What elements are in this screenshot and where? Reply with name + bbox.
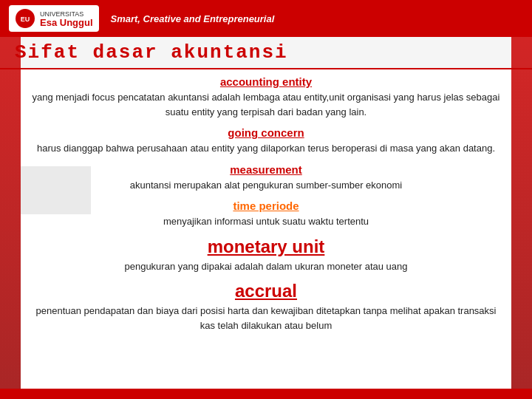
esa-unggul-logo-icon: EU [15,8,35,29]
logo-name: Esa Unggul [40,18,93,27]
svg-text:EU: EU [21,16,30,23]
title-bar: Sifat dasar akuntansi [0,37,532,69]
main-content: accounting entity yang menjadi focus pen… [21,69,511,346]
section-title-accounting-entity: accounting entity [220,75,312,88]
right-decorative-panel [511,37,532,399]
header-tagline: Smart, Creative and Entrepreneurial [111,13,275,24]
section-accrual: accrual penentuan pendapatan dan biaya d… [28,281,504,332]
section-body-accrual: penentuan pendapatan dan biaya dari posi… [28,304,504,332]
section-title-accrual: accrual [235,281,297,301]
section-body-going-concern: harus dianggap bahwa perusahaan atau ent… [28,141,504,156]
section-accounting-entity: accounting entity yang menjadi focus pen… [28,75,504,119]
header: EU UNIVERSITAS Esa Unggul Smart, Creativ… [0,0,532,37]
left-decorative-panel [0,37,21,399]
section-body-measurement: akuntansi merupakan alat pengukuran sumb… [28,178,504,193]
page-title: Sifat dasar akuntansi [15,41,532,64]
section-measurement: measurement akuntansi merupakan alat pen… [28,163,504,193]
logo-area: EU UNIVERSITAS Esa Unggul [9,5,99,32]
section-title-going-concern: going concern [228,126,304,139]
section-monetary-unit: monetary unit pengukuran yang dipakai ad… [28,236,504,274]
section-title-measurement: measurement [230,163,302,176]
section-going-concern: going concern harus dianggap bahwa perus… [28,126,504,156]
section-body-time-periode: menyajikan informasi untuk suatu waktu t… [28,214,504,229]
section-body-monetary-unit: pengukuran yang dipakai adalah dalam uku… [28,259,504,274]
section-time-periode: time periode menyajikan informasi untuk … [28,200,504,229]
bottom-bar [0,389,532,399]
section-body-accounting-entity: yang menjadi focus pencatatan akuntansi … [28,90,504,119]
left-decorative-box [21,166,91,214]
section-title-time-periode: time periode [233,200,299,212]
section-title-monetary-unit: monetary unit [208,236,325,257]
